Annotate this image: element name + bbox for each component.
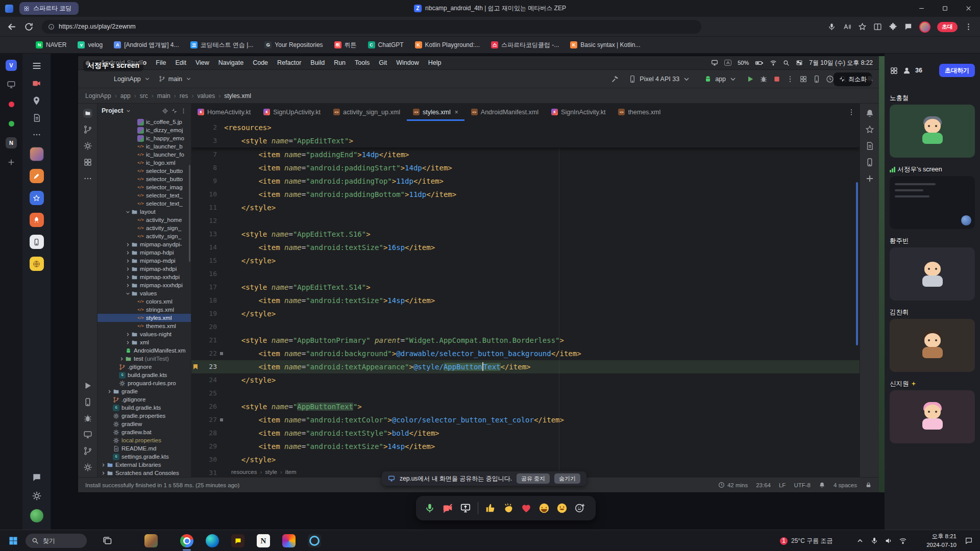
menu-item-code[interactable]: Code xyxy=(253,59,268,66)
menu-item-window[interactable]: Window xyxy=(396,59,419,66)
tree-item[interactable]: </>selector_butto xyxy=(97,167,191,175)
device-selector[interactable]: Pixel 4 API 33 xyxy=(624,72,695,86)
tree-item[interactable]: </>ic_launcher_b xyxy=(97,142,191,151)
problems-tool-icon[interactable] xyxy=(83,414,92,423)
indent-setting[interactable]: 4 spaces xyxy=(834,482,857,488)
participant-video-tile[interactable] xyxy=(890,247,975,300)
project-scrollbar[interactable] xyxy=(189,165,190,262)
close-tab-icon[interactable]: × xyxy=(455,109,458,116)
tray-mic-icon[interactable] xyxy=(868,530,881,551)
hide-notice-button[interactable]: 숨기기 xyxy=(554,473,580,484)
editor-tab[interactable]: <>styles.xml× xyxy=(407,104,465,121)
my-avatar[interactable] xyxy=(30,509,43,522)
caret-position[interactable]: 23:64 xyxy=(756,482,771,488)
participants-icon[interactable] xyxy=(902,66,911,75)
taskbar-pinned-app[interactable] xyxy=(279,530,299,551)
menu-item-edit[interactable]: Edit xyxy=(175,59,186,66)
favorite-star-icon[interactable] xyxy=(858,22,867,31)
bookmark-item[interactable]: vvelog xyxy=(78,41,103,48)
menu-item-build[interactable]: Build xyxy=(310,59,325,66)
bookmark-item[interactable]: A[Android 앱개발] 4... xyxy=(114,41,179,49)
tree-item[interactable]: </>selector_butto xyxy=(97,175,191,183)
tree-item[interactable]: README.md xyxy=(97,444,191,453)
wifi-icon[interactable] xyxy=(770,59,777,66)
taskbar-search[interactable]: 찾기 xyxy=(26,530,87,551)
input-source-indicator[interactable]: A xyxy=(724,60,731,66)
tree-item[interactable]: mipmap-xhdpi xyxy=(97,265,191,273)
chevron-down-icon[interactable] xyxy=(126,108,131,114)
record-indicator-icon[interactable] xyxy=(6,98,17,110)
bookmark-item[interactable]: GYour Repositories xyxy=(264,41,323,48)
participant-video-tile[interactable] xyxy=(890,176,975,229)
tree-item[interactable]: Gbuild.gradle.kts xyxy=(97,371,191,379)
address-bar[interactable]: https://zep.us/play/2zewnm xyxy=(42,20,701,34)
gradle-tool-icon[interactable] xyxy=(865,141,874,151)
collapse-all-icon[interactable] xyxy=(171,108,178,114)
chevron-right-icon[interactable] xyxy=(107,389,112,394)
tree-item[interactable]: ic_happy_emo xyxy=(97,134,191,142)
tree-item[interactable]: External Libraries xyxy=(97,461,191,469)
taskbar-android-studio[interactable] xyxy=(304,530,325,551)
status-notifications-icon[interactable] xyxy=(819,482,825,488)
tree-item[interactable]: Gbuild.gradle.kts xyxy=(97,404,191,412)
tree-item[interactable]: Gsettings.gradle.kts xyxy=(97,453,191,461)
editor-tab[interactable]: <>AndroidManifest.xml xyxy=(465,104,545,121)
screen-share-button[interactable] xyxy=(460,503,471,514)
editor-tab[interactable]: <>themes.xml xyxy=(612,104,667,121)
bookmark-item[interactable]: 뤼뤼튼 xyxy=(334,41,357,49)
notes-icon[interactable] xyxy=(32,113,41,122)
laugh-reaction[interactable] xyxy=(538,503,550,514)
readonly-lock-icon[interactable] xyxy=(865,482,872,488)
run-tool-icon[interactable] xyxy=(83,381,92,390)
taskbar-kakaotalk[interactable] xyxy=(228,530,248,551)
tree-item[interactable]: local.properties xyxy=(97,436,191,444)
camera-off-button[interactable] xyxy=(442,503,453,514)
tree-item[interactable]: Scratches and Consoles xyxy=(97,469,191,477)
editor-tab[interactable]: <>activity_sign_up.xml xyxy=(327,104,407,121)
sidebar-chat-icon[interactable] xyxy=(904,22,913,31)
device-mirror-icon[interactable] xyxy=(813,75,821,83)
commit-tool-icon[interactable] xyxy=(83,125,92,134)
breadcrumb-item[interactable]: values xyxy=(197,92,215,99)
chevron-right-icon[interactable] xyxy=(101,470,106,476)
breadcrumb-item[interactable]: LoginApp xyxy=(85,92,111,99)
star-app-icon[interactable] xyxy=(30,191,44,205)
tree-item[interactable]: mipmap-xxxhdpi xyxy=(97,281,191,289)
code-area[interactable]: 2<resources>3 <style name="AppEditText">… xyxy=(191,121,860,477)
read-aloud-icon[interactable] xyxy=(843,22,851,31)
notification-center-icon[interactable] xyxy=(962,530,976,551)
tree-item[interactable]: .gitignore xyxy=(97,363,191,371)
chevron-right-icon[interactable] xyxy=(101,462,106,468)
project-selector[interactable]: LoginApp xyxy=(110,72,155,86)
ball-app-icon[interactable] xyxy=(30,257,44,271)
menu-item-refactor[interactable]: Refactor xyxy=(277,59,301,66)
tree-item[interactable]: mipmap-hdpi xyxy=(97,248,191,257)
panel-options-icon[interactable] xyxy=(180,108,187,114)
phone-app-icon[interactable] xyxy=(30,235,44,249)
chevron-right-icon[interactable] xyxy=(125,250,131,256)
tree-item[interactable]: .gitignore xyxy=(97,395,191,404)
participant-video-tile[interactable] xyxy=(890,390,975,443)
start-button[interactable] xyxy=(4,530,22,551)
tree-item[interactable]: proguard-rules.pro xyxy=(97,379,191,387)
screen-app-icon[interactable] xyxy=(7,80,16,89)
menu-item-run[interactable]: Run xyxy=(334,59,346,66)
tray-network-icon[interactable] xyxy=(896,530,910,551)
chevron-down-icon[interactable] xyxy=(125,209,131,215)
pen-app-icon[interactable] xyxy=(30,169,44,183)
chevron-right-icon[interactable] xyxy=(119,356,125,362)
user-avatar[interactable] xyxy=(30,147,44,161)
branch-selector[interactable]: main xyxy=(155,72,196,86)
tree-item[interactable]: AndroidManifest.xm xyxy=(97,346,191,355)
menu-icon[interactable] xyxy=(32,61,42,71)
more-actions-icon[interactable] xyxy=(786,75,794,83)
tree-item[interactable]: </>themes.xml xyxy=(97,322,191,330)
tree-item[interactable]: gradle xyxy=(97,387,191,395)
tree-item[interactable]: gradlew.bat xyxy=(97,428,191,436)
voice-search-icon[interactable] xyxy=(827,22,836,31)
bookmark-item[interactable]: NNAVER xyxy=(36,41,66,48)
editor-tab[interactable]: KSignInActivity.kt xyxy=(545,104,612,121)
invite-button[interactable]: 초대하기 xyxy=(939,64,975,77)
line-ending[interactable]: LF xyxy=(779,482,786,488)
tree-item[interactable]: </>colors.xml xyxy=(97,297,191,306)
